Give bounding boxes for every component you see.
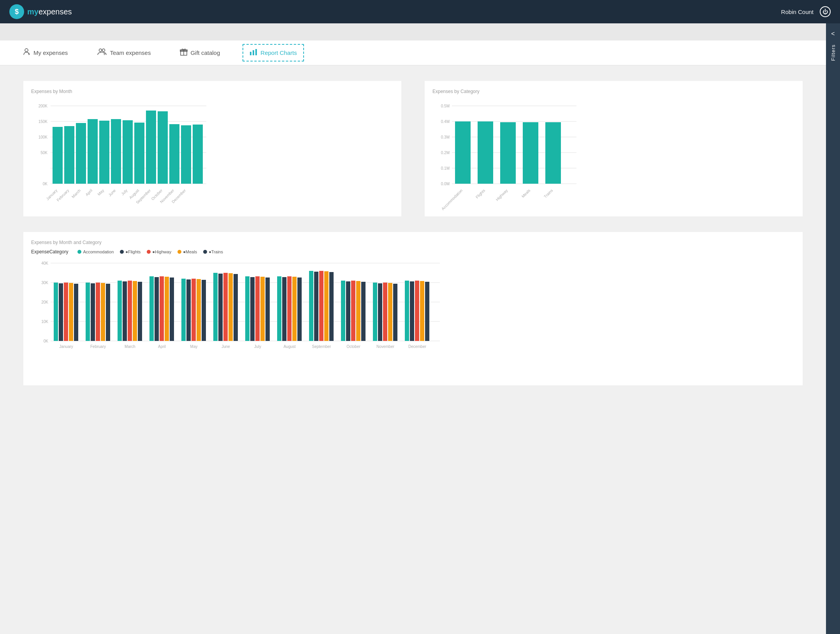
svg-rect-79 bbox=[54, 283, 58, 341]
svg-rect-8 bbox=[250, 52, 251, 55]
svg-rect-90 bbox=[123, 281, 127, 341]
logo: $ myexpenses bbox=[9, 4, 72, 19]
svg-rect-126 bbox=[351, 281, 355, 341]
legend-dot-flights bbox=[120, 250, 124, 254]
power-icon: ⏻ bbox=[822, 9, 828, 15]
svg-text:Trains: Trains bbox=[543, 188, 554, 199]
legend-label-accommodation: Accommodation bbox=[83, 249, 114, 254]
svg-rect-83 bbox=[74, 284, 78, 341]
svg-rect-132 bbox=[388, 283, 392, 341]
legend-trains: ●Trains bbox=[203, 249, 223, 254]
svg-rect-119 bbox=[309, 271, 313, 341]
svg-rect-128 bbox=[361, 282, 366, 341]
filters-label[interactable]: Filters bbox=[830, 44, 836, 61]
svg-text:September: September bbox=[312, 344, 332, 349]
svg-rect-93 bbox=[138, 282, 142, 341]
svg-rect-82 bbox=[69, 283, 73, 341]
chart-by-month-category: Expenses by Month and Category ExpenseCa… bbox=[23, 232, 803, 385]
svg-text:March: March bbox=[71, 188, 81, 199]
svg-rect-130 bbox=[378, 283, 382, 341]
svg-text:10K: 10K bbox=[41, 320, 48, 324]
svg-text:March: March bbox=[125, 344, 135, 349]
svg-text:0.4M: 0.4M bbox=[441, 119, 450, 124]
svg-rect-134 bbox=[405, 281, 409, 341]
nav-team-expenses[interactable]: $ Team expenses bbox=[90, 44, 158, 61]
logo-my: my bbox=[27, 7, 39, 16]
svg-point-0 bbox=[25, 49, 28, 52]
svg-rect-116 bbox=[287, 276, 292, 341]
svg-rect-106 bbox=[223, 273, 228, 341]
svg-text:100K: 100K bbox=[39, 135, 48, 139]
svg-text:0.5M: 0.5M bbox=[441, 104, 450, 108]
nav-gift-catalog[interactable]: Gift catalog bbox=[173, 44, 227, 61]
legend-dot-trains bbox=[203, 250, 207, 254]
svg-rect-99 bbox=[181, 279, 186, 341]
svg-text:0K: 0K bbox=[44, 339, 49, 343]
legend-label-highway: ●Highway bbox=[152, 249, 171, 254]
svg-text:200K: 200K bbox=[39, 104, 48, 108]
svg-rect-59 bbox=[455, 121, 471, 184]
svg-text:June: June bbox=[107, 188, 116, 197]
svg-rect-28 bbox=[123, 120, 133, 184]
chart-by-category: Expenses by Category 0.5M 0.4M 0.3M 0.2M… bbox=[425, 81, 803, 216]
svg-rect-121 bbox=[319, 271, 323, 341]
svg-rect-26 bbox=[99, 121, 109, 184]
svg-text:Flights: Flights bbox=[475, 188, 486, 200]
chart-by-month-category-title: Expenses by Month and Category bbox=[31, 240, 795, 245]
user-name: Robin Count bbox=[781, 9, 814, 15]
nav-report-charts-label: Report Charts bbox=[260, 49, 297, 56]
svg-text:50K: 50K bbox=[40, 151, 47, 155]
svg-text:$: $ bbox=[28, 52, 30, 56]
svg-text:May: May bbox=[190, 344, 198, 349]
svg-rect-98 bbox=[170, 277, 174, 341]
legend-meals: ●Meals bbox=[177, 249, 197, 254]
svg-rect-109 bbox=[245, 276, 250, 341]
svg-rect-10 bbox=[255, 49, 257, 55]
nav-my-expenses-label: My expenses bbox=[33, 49, 68, 56]
svg-text:January: January bbox=[59, 344, 73, 349]
legend-dot-highway bbox=[147, 250, 151, 254]
legend-label-meals: ●Meals bbox=[183, 249, 197, 254]
svg-rect-63 bbox=[545, 122, 561, 184]
charts-top-row: Expenses by Month 200K 150K 100K 50K 0K bbox=[23, 81, 803, 216]
svg-rect-22 bbox=[53, 127, 63, 184]
svg-text:0.0M: 0.0M bbox=[441, 182, 450, 186]
legend-accommodation: Accommodation bbox=[77, 249, 114, 254]
logo-expenses: expenses bbox=[39, 7, 72, 16]
main-content: Expenses by Month 200K 150K 100K 50K 0K bbox=[0, 65, 826, 401]
svg-rect-80 bbox=[59, 283, 63, 341]
svg-text:Meals: Meals bbox=[521, 188, 531, 199]
my-expenses-icon: $ bbox=[23, 48, 30, 58]
svg-text:July: July bbox=[254, 344, 261, 349]
svg-rect-115 bbox=[282, 277, 286, 341]
legend-flights: ●Flights bbox=[120, 249, 141, 254]
logo-text: myexpenses bbox=[27, 7, 72, 16]
svg-rect-127 bbox=[356, 281, 360, 341]
svg-rect-125 bbox=[346, 281, 350, 341]
svg-rect-96 bbox=[160, 276, 164, 341]
svg-text:40K: 40K bbox=[41, 261, 48, 265]
power-button[interactable]: ⏻ bbox=[820, 6, 831, 17]
nav-gift-catalog-label: Gift catalog bbox=[190, 49, 220, 56]
svg-rect-123 bbox=[329, 272, 334, 341]
nav-my-expenses[interactable]: $ My expenses bbox=[16, 44, 75, 61]
svg-rect-111 bbox=[255, 276, 260, 341]
svg-rect-34 bbox=[193, 125, 203, 184]
svg-point-3 bbox=[102, 49, 105, 52]
svg-rect-88 bbox=[106, 284, 110, 341]
svg-rect-105 bbox=[218, 274, 223, 341]
main-nav: $ My expenses $ Team expenses Gift catal… bbox=[0, 40, 840, 65]
svg-text:0K: 0K bbox=[43, 182, 48, 186]
svg-rect-107 bbox=[228, 273, 233, 341]
chart-by-month-title: Expenses by Month bbox=[31, 89, 394, 94]
svg-text:Highway: Highway bbox=[495, 188, 509, 202]
svg-rect-25 bbox=[88, 119, 98, 184]
svg-rect-61 bbox=[500, 122, 516, 184]
nav-report-charts[interactable]: Report Charts bbox=[243, 44, 304, 61]
svg-rect-31 bbox=[158, 111, 168, 184]
svg-rect-114 bbox=[277, 276, 281, 341]
svg-rect-32 bbox=[169, 124, 179, 184]
filter-collapse-button[interactable]: < bbox=[831, 27, 835, 40]
svg-rect-33 bbox=[181, 125, 191, 184]
svg-rect-29 bbox=[134, 123, 144, 184]
